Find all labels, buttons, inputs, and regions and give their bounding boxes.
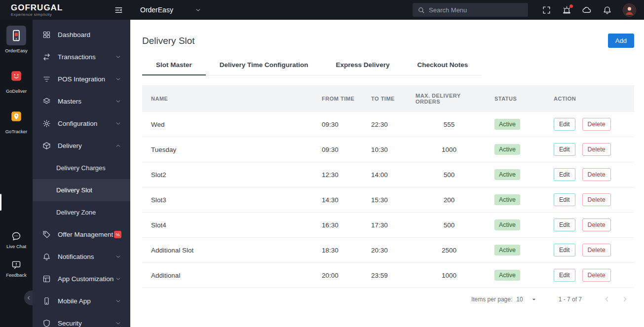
tab-checkout-notes[interactable]: Checkout Notes bbox=[403, 56, 482, 75]
menu-toggle-icon[interactable] bbox=[114, 5, 123, 15]
cloud-icon[interactable] bbox=[582, 5, 592, 15]
notifications-bell-icon[interactable] bbox=[603, 5, 612, 15]
edit-button[interactable]: Edit bbox=[554, 218, 575, 231]
sidebar-item-label: Transactions bbox=[58, 53, 115, 61]
tab-delivery-time-configuration[interactable]: Delivery Time Configuration bbox=[206, 56, 322, 75]
page-range: 1 - 7 of 7 bbox=[559, 296, 582, 303]
rail-utility-label: Live Chat bbox=[6, 244, 26, 249]
rail-app-godeliver[interactable]: GoDeliver bbox=[0, 66, 33, 94]
sidebar-item-delivery[interactable]: Delivery bbox=[33, 135, 130, 157]
cell-max-orders: 555 bbox=[410, 112, 489, 137]
offer-icon bbox=[42, 230, 51, 239]
rail-utility: Live ChatFeedback bbox=[0, 231, 33, 327]
sidebar-item-dashboard[interactable]: Dashboard bbox=[33, 24, 130, 46]
items-per-page-value[interactable]: 10 bbox=[516, 296, 523, 303]
sidebar-item-app-customization[interactable]: App Customization bbox=[33, 268, 130, 290]
rail-app-gotracker[interactable]: GoTracker bbox=[0, 107, 33, 134]
chevron-down-icon bbox=[115, 98, 121, 105]
delivery-icon bbox=[42, 142, 51, 150]
chevron-down-icon bbox=[115, 276, 121, 282]
delete-button[interactable]: Delete bbox=[582, 168, 611, 181]
sidebar-item-mobile-app[interactable]: Mobile App bbox=[33, 290, 130, 312]
sidebar-item-label: Security bbox=[58, 320, 115, 327]
rail-app-label: GoTracker bbox=[5, 129, 28, 134]
app-selector[interactable]: OrderEasy bbox=[140, 6, 201, 14]
delete-button[interactable]: Delete bbox=[582, 193, 611, 206]
feedback-icon bbox=[11, 260, 21, 270]
chevron-left-icon bbox=[26, 295, 32, 301]
chevron-up-icon bbox=[115, 143, 121, 149]
column-header-status: STATUS bbox=[489, 85, 548, 112]
edit-button[interactable]: Edit bbox=[554, 143, 575, 156]
sidebar-item-security[interactable]: Security bbox=[33, 312, 130, 327]
sidebar-item-label: POS Integration bbox=[58, 75, 115, 83]
sidebar-subitem-delivery-zone[interactable]: Delivery Zone bbox=[33, 201, 130, 223]
next-page-icon[interactable] bbox=[621, 295, 629, 303]
page-title: Delivery Slot bbox=[142, 36, 195, 46]
cell-to-time: 14:00 bbox=[365, 162, 410, 187]
sidebar-item-pos-integration[interactable]: POS Integration bbox=[33, 68, 130, 90]
sidebar-item-notifications[interactable]: Notifications bbox=[33, 246, 130, 268]
edit-button[interactable]: Edit bbox=[554, 118, 575, 131]
cell-to-time: 23:59 bbox=[365, 263, 410, 288]
sidebar-subitem-delivery-charges[interactable]: Delivery Charges bbox=[33, 157, 130, 179]
column-header-to-time: TO TIME bbox=[365, 85, 410, 112]
rail-utility-label: Feedback bbox=[6, 272, 27, 278]
sidebar-item-label: Configuration bbox=[58, 120, 115, 127]
rail-app-ordereasy[interactable]: OrderEasy bbox=[0, 26, 33, 53]
edit-button[interactable]: Edit bbox=[554, 168, 575, 181]
configuration-icon bbox=[42, 119, 51, 128]
collapse-sidebar-button[interactable] bbox=[24, 291, 33, 305]
status-badge: Active bbox=[494, 119, 520, 130]
edit-button[interactable]: Edit bbox=[554, 193, 575, 206]
delete-button[interactable]: Delete bbox=[582, 244, 611, 256]
table-row: Tuesday09:3010:301000ActiveEditDelete bbox=[142, 137, 634, 162]
delete-button[interactable]: Delete bbox=[582, 143, 611, 156]
tab-slot-master[interactable]: Slot Master bbox=[142, 56, 206, 75]
delete-button[interactable]: Delete bbox=[582, 218, 611, 231]
ordereasy-app-icon bbox=[10, 29, 23, 42]
search-box[interactable] bbox=[413, 3, 528, 17]
sidebar-item-configuration[interactable]: Configuration bbox=[33, 112, 130, 135]
bell-icon bbox=[42, 253, 51, 261]
chevron-down-icon bbox=[115, 298, 121, 304]
avatar[interactable] bbox=[623, 3, 636, 17]
cell-to-time: 20:30 bbox=[365, 238, 410, 263]
sidebar-item-label: App Customization bbox=[58, 275, 115, 283]
alarm-icon[interactable] bbox=[562, 5, 571, 15]
tab-express-delivery[interactable]: Express Delivery bbox=[322, 56, 404, 75]
edit-button[interactable]: Edit bbox=[554, 269, 575, 282]
cell-name: Additional bbox=[142, 263, 316, 288]
delete-button[interactable]: Delete bbox=[582, 269, 611, 282]
delete-button[interactable]: Delete bbox=[582, 118, 611, 131]
brand-logo: GOFRUGAL bbox=[11, 3, 63, 12]
cell-from-time: 16:30 bbox=[316, 213, 365, 238]
cell-to-time: 22:30 bbox=[365, 112, 410, 137]
edit-button[interactable]: Edit bbox=[554, 244, 575, 256]
app-selector-label: OrderEasy bbox=[140, 6, 173, 14]
sidebar-item-transactions[interactable]: Transactions bbox=[33, 46, 130, 68]
sidebar-item-label: Offer Management bbox=[58, 231, 114, 238]
prev-page-icon[interactable] bbox=[603, 295, 611, 303]
search-input[interactable] bbox=[429, 6, 523, 14]
cell-name: Additional Slot bbox=[142, 238, 316, 263]
rail-utility-feedback[interactable]: Feedback bbox=[6, 260, 27, 278]
topbar-icons bbox=[542, 3, 644, 17]
sidebar-item-masters[interactable]: Masters bbox=[33, 90, 130, 112]
sidebar-item-offer-management[interactable]: Offer Management% bbox=[33, 223, 130, 246]
cell-action: EditDelete bbox=[548, 213, 634, 238]
column-header-max-delivery-orders: MAX. DELIVERY ORDERS bbox=[410, 85, 489, 112]
scroll-indicator bbox=[0, 194, 1, 211]
search-icon bbox=[417, 6, 425, 14]
cell-status: Active bbox=[489, 162, 548, 187]
table-row: Additional Slot18:3020:302500ActiveEditD… bbox=[142, 238, 634, 263]
cell-name: Slot2 bbox=[142, 162, 316, 187]
table-row: Slot416:3017:30500ActiveEditDelete bbox=[142, 213, 634, 238]
cell-name: Slot4 bbox=[142, 213, 316, 238]
items-per-page-caret-icon[interactable] bbox=[530, 295, 538, 303]
sidebar-subitem-delivery-slot[interactable]: Delivery Slot bbox=[33, 179, 130, 201]
column-header-from-time: FROM TIME bbox=[316, 85, 365, 112]
add-button[interactable]: Add bbox=[608, 34, 634, 48]
rail-utility-live-chat[interactable]: Live Chat bbox=[6, 231, 26, 249]
fullscreen-icon[interactable] bbox=[542, 5, 551, 15]
